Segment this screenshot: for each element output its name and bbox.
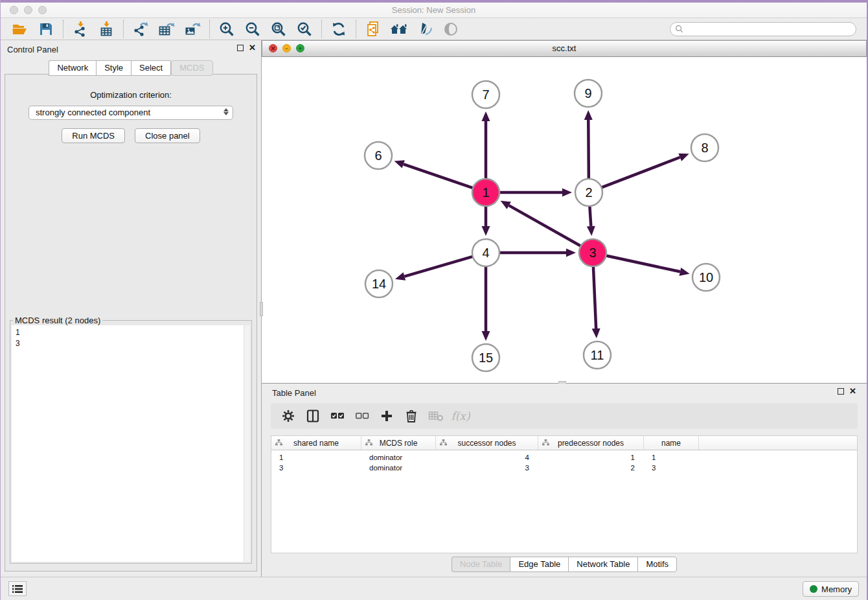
apply-layout-button[interactable] (326, 19, 352, 39)
graph-node-15[interactable]: 15 (472, 344, 499, 371)
network-close-button[interactable]: ✕ (269, 44, 277, 52)
table-cell[interactable]: 3 (644, 464, 699, 472)
graph-node-11[interactable]: 11 (584, 341, 611, 369)
vertical-splitter-handle[interactable] (260, 302, 263, 316)
search-field[interactable] (670, 22, 856, 36)
graph-node-4[interactable]: 4 (472, 239, 499, 266)
tab-edge-table[interactable]: Edge Table (510, 557, 568, 572)
import-table-button[interactable] (93, 19, 119, 39)
table-cell[interactable]: 1 (271, 454, 361, 461)
column-visibility-button[interactable] (302, 406, 324, 426)
graph-node-14[interactable]: 14 (365, 270, 393, 297)
network-frame-title: scc.txt (262, 41, 866, 56)
network-frame-titlebar: ✕ − + scc.txt (262, 40, 867, 57)
column-header-label: successor nodes (457, 439, 516, 448)
memory-button[interactable]: Memory (803, 581, 859, 597)
result-scrollbar[interactable] (244, 325, 250, 562)
table-cell[interactable]: 2 (538, 464, 644, 472)
duplicate-network-button[interactable] (360, 19, 386, 39)
run-mcds-button[interactable]: Run MCDS (62, 128, 125, 143)
float-table-panel-button[interactable] (838, 388, 844, 395)
export-table-button[interactable] (154, 19, 179, 39)
delete-column-button[interactable] (400, 406, 422, 426)
toolbar-separator (356, 20, 356, 38)
graph-node-9[interactable]: 9 (575, 80, 602, 107)
graph-edge[interactable] (602, 157, 680, 188)
show-all-networks-button[interactable] (386, 19, 412, 39)
graph-node-10[interactable]: 10 (692, 264, 720, 291)
import-network-button[interactable] (67, 19, 93, 39)
select-all-columns-button[interactable] (326, 406, 348, 426)
column-header-label: shared name (293, 439, 339, 448)
graph-node-1[interactable]: 1 (472, 179, 499, 206)
column-header-predecessor-nodes[interactable]: predecessor nodes (538, 436, 644, 450)
save-floppy-icon (38, 21, 54, 37)
open-session-button[interactable] (7, 19, 33, 39)
optimization-criterion-select[interactable]: strongly connected component (29, 106, 233, 120)
tab-network[interactable]: Network (49, 60, 96, 76)
float-panel-button[interactable] (237, 45, 244, 51)
table-header-row: shared nameMCDS rolesuccessor nodesprede… (271, 436, 857, 450)
table-cell[interactable]: 3 (271, 464, 361, 472)
graph-node-7[interactable]: 7 (472, 81, 499, 108)
minimize-window-button[interactable] (24, 6, 32, 14)
network-minimize-button[interactable]: − (282, 44, 291, 52)
table-cell[interactable]: 4 (436, 454, 538, 461)
zoom-out-button[interactable] (240, 19, 266, 39)
table-body: 1dominator4113dominator323 (271, 452, 857, 473)
zoom-window-button[interactable] (38, 6, 47, 14)
graph-node-8[interactable]: 8 (691, 134, 718, 161)
close-window-button[interactable] (10, 6, 18, 14)
graph-node-3[interactable]: 3 (579, 239, 606, 266)
column-header-shared-name[interactable]: shared name (271, 436, 361, 450)
column-header-successor-nodes[interactable]: successor nodes (436, 436, 538, 450)
table-row[interactable]: 3dominator323 (271, 463, 857, 473)
graph-edge[interactable] (606, 255, 680, 271)
graph-edge[interactable] (404, 164, 473, 188)
close-panel-icon-button[interactable]: ✕ (249, 44, 256, 52)
deselect-all-columns-button[interactable] (351, 406, 373, 426)
zoom-fit-content-button[interactable] (266, 19, 291, 39)
table-cell[interactable]: dominator (361, 464, 436, 472)
birds-eye-view-button[interactable] (438, 19, 464, 39)
zoom-in-button[interactable] (214, 19, 240, 39)
tab-select[interactable]: Select (131, 60, 171, 76)
graph-edge[interactable] (593, 266, 596, 329)
graph-node-6[interactable]: 6 (365, 142, 392, 169)
create-column-button[interactable] (376, 406, 398, 426)
close-table-panel-button[interactable]: ✕ (849, 387, 856, 395)
table-cell[interactable]: dominator (361, 454, 436, 461)
export-image-button[interactable] (179, 19, 205, 39)
search-input[interactable] (686, 23, 856, 35)
graph-edge[interactable] (509, 205, 581, 246)
node-table[interactable]: shared nameMCDS rolesuccessor nodesprede… (271, 435, 858, 553)
close-panel-button[interactable]: Close panel (135, 128, 200, 143)
task-history-button[interactable] (8, 581, 27, 596)
table-row[interactable]: 1dominator411 (271, 452, 857, 463)
graph-edge[interactable] (404, 257, 472, 277)
tab-motifs[interactable]: Motifs (637, 557, 677, 572)
toggle-graphics-details-button[interactable] (412, 19, 438, 39)
zoom-selected-button[interactable] (291, 19, 317, 39)
column-header-name[interactable]: name (644, 436, 699, 450)
graph-edge[interactable] (589, 206, 591, 226)
network-canvas[interactable]: 7968124314101511 (262, 57, 867, 383)
tab-node-table[interactable]: Node Table (451, 557, 510, 572)
graph-node-2[interactable]: 2 (575, 179, 602, 206)
table-cell[interactable]: 1 (644, 454, 699, 461)
checked-boxes-icon (330, 411, 345, 421)
tab-network-table[interactable]: Network Table (568, 557, 637, 572)
table-cell[interactable]: 3 (436, 464, 538, 472)
table-cell[interactable]: 1 (538, 454, 644, 461)
network-maximize-button[interactable]: + (296, 44, 304, 52)
network-graph[interactable]: 7968124314101511 (262, 57, 867, 383)
graph-edge[interactable] (588, 120, 589, 179)
table-settings-button[interactable] (277, 406, 299, 426)
tab-mcds[interactable]: MCDS (171, 60, 212, 76)
svg-text:11: 11 (591, 348, 604, 362)
export-network-button[interactable] (128, 19, 154, 39)
mcds-result-list[interactable]: 1 3 (12, 325, 250, 562)
tab-style[interactable]: Style (96, 60, 131, 76)
column-header-MCDS-role[interactable]: MCDS role (361, 436, 436, 450)
save-session-button[interactable] (33, 19, 59, 39)
